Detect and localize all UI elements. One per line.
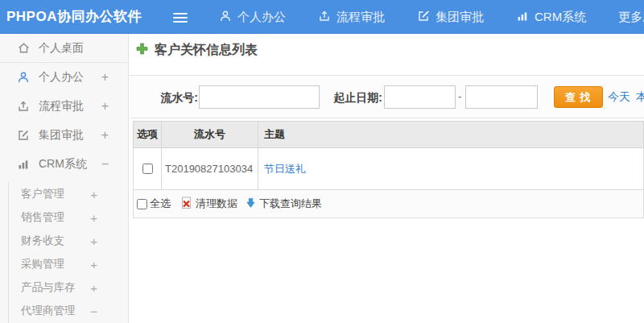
serial-number-input[interactable] <box>199 85 320 109</box>
crm-subtree: 客户管理 + 销售管理 + 财务收支 + 采购管理 + 产品与库存 + 代理商管… <box>0 182 128 322</box>
top-header-bar: PHPOA协同办公软件 个人办公 流程审批 集团审批 CRM系统 更多应用 <box>0 0 644 34</box>
nav-crm-system[interactable]: CRM系统 <box>505 0 597 34</box>
select-all-checkbox[interactable] <box>137 199 147 209</box>
sidebar-item-label: 个人桌面 <box>39 41 84 56</box>
nav-label: CRM系统 <box>535 10 586 25</box>
sidebar-subitem-customer-mgmt[interactable]: 客户管理 + <box>0 182 128 205</box>
nav-label: 集团审批 <box>436 10 484 25</box>
bar-chart-icon <box>516 10 535 25</box>
column-header-serial: 流水号 <box>162 122 258 147</box>
nav-more-apps[interactable]: 更多应用 <box>607 0 644 34</box>
sidebar-item-personal-office[interactable]: 个人办公 + <box>0 63 128 92</box>
sidebar-subitem-agent-mgmt[interactable]: 代理商管理 − <box>0 299 128 322</box>
collapse-toggle[interactable]: − <box>101 158 109 171</box>
sidebar: 个人桌面 个人办公 + 流程审批 + 集团审批 + CRM系统 − 客户管理 + <box>0 34 129 323</box>
user-icon <box>16 71 31 84</box>
sidebar-item-workflow-approval[interactable]: 流程审批 + <box>0 92 128 121</box>
edit-icon <box>417 10 436 25</box>
add-plus-icon[interactable] <box>136 43 148 58</box>
nav-personal-office[interactable]: 个人办公 <box>208 0 297 34</box>
home-icon <box>16 41 31 55</box>
page-title-bar: 客户关怀信息列表 <box>136 42 258 59</box>
results-table: 选项 流水号 主题 T20190827103034 节日送礼 全选 清理数据 <box>133 121 644 218</box>
download-arrow-icon <box>246 197 259 211</box>
sidebar-item-label: 集团审批 <box>39 128 84 143</box>
table-footer-row: 全选 清理数据 下载查询结果 <box>133 190 644 218</box>
row-subject-link[interactable]: 节日送礼 <box>264 162 306 176</box>
serial-number-label: 流水号: <box>153 91 198 106</box>
row-checkbox[interactable] <box>142 164 153 174</box>
date-separator: - <box>458 90 461 102</box>
sidebar-subitem-label: 财务收支 <box>21 234 64 248</box>
week-quick-link[interactable]: 本周 <box>636 90 644 105</box>
select-all-label: 全选 <box>150 197 171 211</box>
expand-toggle[interactable]: + <box>90 258 97 270</box>
top-navigation: 个人办公 流程审批 集团审批 CRM系统 更多应用 <box>208 0 644 34</box>
column-header-subject: 主题 <box>258 122 643 147</box>
column-header-option: 选项 <box>134 122 162 147</box>
nav-workflow-approval[interactable]: 流程审批 <box>307 0 396 34</box>
expand-toggle[interactable]: + <box>90 281 97 293</box>
download-results-label: 下载查询结果 <box>259 197 322 211</box>
sidebar-subitem-label: 销售管理 <box>21 210 64 225</box>
clear-data-action[interactable]: 清理数据 <box>180 197 237 212</box>
nav-label: 个人办公 <box>237 10 286 25</box>
today-quick-link[interactable]: 今天 <box>608 90 630 105</box>
sidebar-item-label: 个人办公 <box>39 70 84 85</box>
app-logo: PHPOA协同办公软件 <box>6 0 142 34</box>
sidebar-subitem-products-inventory[interactable]: 产品与库存 + <box>0 275 128 299</box>
sidebar-subitem-finance[interactable]: 财务收支 + <box>0 229 128 252</box>
table-header-row: 选项 流水号 主题 <box>133 121 644 148</box>
collapse-toggle[interactable]: − <box>90 304 97 317</box>
table-row: T20190827103034 节日送礼 <box>133 148 644 190</box>
expand-toggle[interactable]: + <box>101 100 109 113</box>
sidebar-subitem-label: 客户管理 <box>21 187 64 201</box>
sidebar-subitem-label: 采购管理 <box>21 257 64 271</box>
main-content: 客户关怀信息列表 流水号: 起止日期: - 查 找 今天 本周 选项 流水号 主… <box>130 34 644 323</box>
search-panel: 流水号: 起止日期: - 查 找 今天 本周 <box>130 75 644 118</box>
sidebar-item-crm-system[interactable]: CRM系统 − <box>0 150 128 179</box>
clear-data-label: 清理数据 <box>196 197 237 211</box>
select-all-control[interactable]: 全选 <box>137 197 171 211</box>
date-range-label: 起止日期: <box>332 91 382 106</box>
nav-label: 流程审批 <box>336 10 385 25</box>
sidebar-subitem-label: 代理商管理 <box>21 304 76 318</box>
upload-icon <box>318 10 336 25</box>
sidebar-item-personal-desktop[interactable]: 个人桌面 <box>0 34 128 62</box>
date-end-input[interactable] <box>465 85 538 109</box>
edit-icon <box>16 129 31 142</box>
search-button[interactable]: 查 找 <box>554 86 603 108</box>
date-start-input[interactable] <box>384 85 456 109</box>
nav-label: 更多应用 <box>618 10 644 25</box>
sidebar-item-label: 流程审批 <box>39 99 84 114</box>
expand-toggle[interactable]: + <box>101 71 109 84</box>
sidebar-item-label: CRM系统 <box>39 157 87 172</box>
user-icon <box>219 10 237 25</box>
sidebar-subitem-sales-mgmt[interactable]: 销售管理 + <box>0 205 128 229</box>
row-serial-number: T20190827103034 <box>162 163 253 175</box>
bar-chart-icon <box>16 158 31 171</box>
page-title: 客户关怀信息列表 <box>155 42 258 59</box>
clear-data-icon <box>180 197 196 212</box>
app-window: PHPOA协同办公软件 个人办公 流程审批 集团审批 CRM系统 更多应用 <box>0 0 644 323</box>
sidebar-subitem-label: 产品与库存 <box>21 280 76 295</box>
upload-icon <box>16 100 31 113</box>
nav-group-approval[interactable]: 集团审批 <box>406 0 495 34</box>
expand-toggle[interactable]: + <box>90 234 97 246</box>
hamburger-menu-icon[interactable] <box>173 10 188 23</box>
expand-toggle[interactable]: + <box>90 188 97 200</box>
download-results-action[interactable]: 下载查询结果 <box>246 197 322 211</box>
sidebar-subitem-purchasing[interactable]: 采购管理 + <box>0 252 128 275</box>
expand-toggle[interactable]: + <box>101 129 109 142</box>
sidebar-item-group-approval[interactable]: 集团审批 + <box>0 121 128 150</box>
expand-toggle[interactable]: + <box>90 211 97 223</box>
